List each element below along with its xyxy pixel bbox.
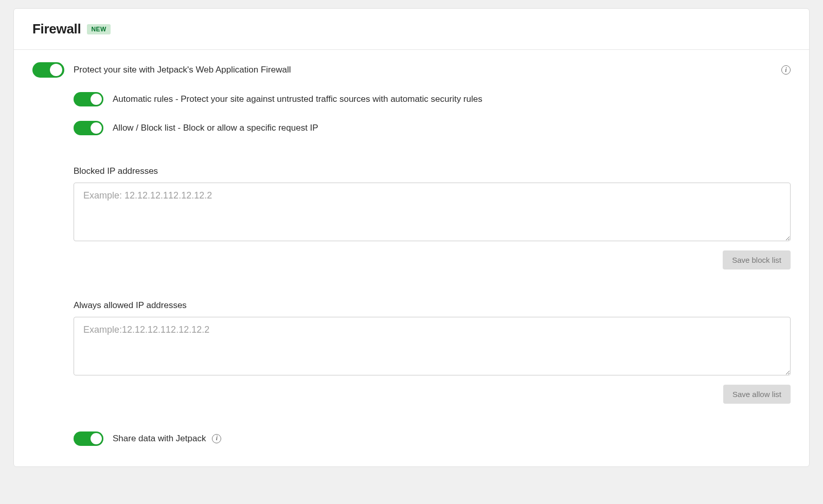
toggle-knob-icon xyxy=(91,122,102,134)
panel-header: Firewall NEW xyxy=(14,9,809,50)
blocked-button-row: Save block list xyxy=(74,250,791,269)
share-data-toggle[interactable] xyxy=(74,431,103,446)
panel-body: Protect your site with Jetpack's Web App… xyxy=(14,50,809,466)
allow-block-toggle[interactable] xyxy=(74,121,103,135)
firewall-toggle[interactable] xyxy=(32,62,64,78)
info-icon[interactable]: i xyxy=(212,434,221,443)
allowed-ip-label: Always allowed IP addresses xyxy=(74,300,791,311)
allowed-button-row: Save allow list xyxy=(74,385,791,404)
page-title: Firewall xyxy=(32,21,81,37)
share-data-row: Share data with Jetpack i xyxy=(74,431,791,446)
save-allow-list-button[interactable]: Save allow list xyxy=(723,385,791,404)
toggle-knob-icon xyxy=(91,94,102,105)
firewall-toggle-label: Protect your site with Jetpack's Web App… xyxy=(74,64,291,76)
blocked-ip-label: Blocked IP addresses xyxy=(74,166,791,176)
automatic-rules-row: Automatic rules - Protect your site agai… xyxy=(74,92,791,106)
allow-block-label: Allow / Block list - Block or allow a sp… xyxy=(113,122,318,134)
new-badge: NEW xyxy=(87,24,111,34)
blocked-ip-input[interactable] xyxy=(74,183,791,241)
automatic-rules-toggle[interactable] xyxy=(74,92,103,106)
allow-block-list-row: Allow / Block list - Block or allow a sp… xyxy=(74,121,791,135)
share-label-wrap: Share data with Jetpack i xyxy=(113,433,221,445)
toggle-knob-icon xyxy=(50,64,62,76)
toggle-knob-icon xyxy=(91,433,102,444)
allowed-ip-input[interactable] xyxy=(74,317,791,375)
share-data-label: Share data with Jetpack xyxy=(113,433,206,445)
info-icon[interactable]: i xyxy=(781,65,791,75)
firewall-main-toggle-row: Protect your site with Jetpack's Web App… xyxy=(32,62,791,78)
save-block-list-button[interactable]: Save block list xyxy=(723,250,791,269)
allowed-ip-section: Always allowed IP addresses Save allow l… xyxy=(74,300,791,404)
automatic-rules-label: Automatic rules - Protect your site agai… xyxy=(113,93,482,105)
blocked-ip-section: Blocked IP addresses Save block list xyxy=(74,166,791,269)
firewall-panel: Firewall NEW Protect your site with Jetp… xyxy=(13,8,810,467)
